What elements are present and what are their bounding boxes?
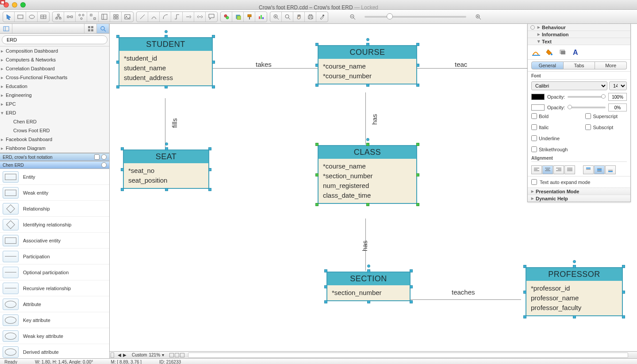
print-tool[interactable] xyxy=(305,12,316,22)
stencil-header-chen[interactable]: Chen ERD xyxy=(0,161,109,169)
swimlane-tool[interactable] xyxy=(99,12,110,22)
italic-checkbox[interactable]: Italic xyxy=(531,124,568,130)
tree-item[interactable]: ▸Cross-Functional Flowcharts xyxy=(0,73,109,82)
tree-item[interactable]: ▸Computers & Networks xyxy=(0,55,109,64)
fill-color-icon[interactable] xyxy=(545,48,554,57)
nav-next-icon[interactable]: ▶ xyxy=(123,353,127,357)
double-arrow-tool[interactable] xyxy=(194,12,206,22)
tree-item-child[interactable]: Crows Foot ERD xyxy=(0,126,109,135)
bg-opacity-input[interactable] xyxy=(608,103,627,111)
flow-tool[interactable] xyxy=(87,12,99,22)
entity-section[interactable]: SECTION*section_number xyxy=(326,272,411,301)
entity-class[interactable]: CLASS*course_name*section_numbernum_regi… xyxy=(318,145,417,204)
table-tool[interactable] xyxy=(38,12,49,22)
valign-middle-button[interactable] xyxy=(594,165,605,174)
image-tool[interactable] xyxy=(122,12,133,22)
zoom-slider[interactable] xyxy=(365,16,466,18)
smart-connector-tool[interactable] xyxy=(171,12,183,22)
paint-tool[interactable] xyxy=(244,12,255,22)
tree-item[interactable]: ▸Education xyxy=(0,82,109,91)
library-tab[interactable] xyxy=(0,24,12,33)
align-right-button[interactable] xyxy=(553,165,564,174)
tree-item[interactable]: ▸Fishbone Diagram xyxy=(0,144,109,153)
eyedropper-tool[interactable] xyxy=(316,12,328,22)
valign-top-button[interactable] xyxy=(583,165,594,174)
ellipse-tool[interactable] xyxy=(26,12,38,22)
entity-professor[interactable]: PROFESSOR*professor_idprofessor_nameprof… xyxy=(526,267,623,316)
zoom-in-icon[interactable] xyxy=(472,12,484,22)
pointer-tool[interactable] xyxy=(3,12,15,22)
branch-tool[interactable] xyxy=(76,12,87,22)
bg-opacity-slider[interactable] xyxy=(568,107,606,108)
inspector-text-row[interactable]: ▾Text xyxy=(528,38,630,45)
font-size-select[interactable]: 14 xyxy=(609,81,627,90)
zoom-readout[interactable]: Custom 121% ▾ xyxy=(129,353,167,357)
search-tab[interactable] xyxy=(97,24,109,33)
shape-row[interactable]: Key attribute xyxy=(0,312,109,328)
zoom-tool[interactable] xyxy=(282,12,293,22)
h-scrollbar[interactable] xyxy=(188,353,628,358)
strike-checkbox[interactable]: Strikethrough xyxy=(531,146,568,152)
subscript-checkbox[interactable]: Subscript xyxy=(585,124,618,130)
page-thumb-3[interactable] xyxy=(180,353,184,357)
stencil-header-crowsfoot[interactable]: ERD, crow's foot notation xyxy=(0,153,109,161)
stroke-color-icon[interactable] xyxy=(531,48,541,57)
align-center-button[interactable] xyxy=(542,165,553,174)
curve-tool[interactable] xyxy=(148,12,160,22)
tree-item[interactable]: ▸Composition Dashboard xyxy=(0,46,109,55)
inspector-behaviour-row[interactable]: ▸Behaviour xyxy=(528,24,630,31)
superscript-checkbox[interactable]: Superscript xyxy=(585,113,618,119)
text-opacity-input[interactable] xyxy=(608,93,627,101)
tab-more[interactable]: More xyxy=(595,61,627,69)
tree-item[interactable]: ▸Facebook Dashboard xyxy=(0,135,109,144)
entity-course[interactable]: COURSE*course_name*course_number xyxy=(318,45,417,84)
shape-row[interactable]: Identifying relationship xyxy=(0,217,109,233)
tab-general[interactable]: General xyxy=(531,61,564,69)
font-name-select[interactable]: Calibri xyxy=(531,81,607,90)
shape-row[interactable]: Derived attribute xyxy=(0,344,109,358)
zoom-out-icon[interactable] xyxy=(347,12,358,22)
tree-tool[interactable] xyxy=(53,12,64,22)
stencil-close-icon[interactable] xyxy=(101,162,107,168)
styles-tool[interactable] xyxy=(221,12,232,22)
page-thumb-1[interactable] xyxy=(169,353,174,357)
dynamic-help-row[interactable]: ▸Dynamic Help xyxy=(528,195,630,202)
grid-tool[interactable] xyxy=(110,12,122,22)
tree-item[interactable]: ▸Correlation Dashboard xyxy=(0,64,109,73)
entity-student[interactable]: STUDENT*student_idstudent_namestudent_ad… xyxy=(119,37,213,86)
tree-item[interactable]: ▸EPC xyxy=(0,100,109,108)
align-justify-button[interactable] xyxy=(564,165,575,174)
auto-expand-row[interactable]: Text auto expand mode xyxy=(528,176,630,188)
connector-teaches[interactable] xyxy=(411,299,521,300)
shape-row[interactable]: Relationship xyxy=(0,201,109,217)
align-left-button[interactable] xyxy=(531,165,542,174)
connector-has1[interactable] xyxy=(365,92,366,145)
hand-tool[interactable] xyxy=(293,12,305,22)
text-color-swatch[interactable] xyxy=(531,94,545,100)
bg-color-swatch[interactable] xyxy=(531,104,545,111)
inspector-information-row[interactable]: ▸Information xyxy=(528,31,630,38)
bold-checkbox[interactable]: Bold xyxy=(531,113,568,119)
underline-checkbox[interactable]: Underline xyxy=(531,135,568,141)
zoom-in-tool[interactable] xyxy=(270,12,282,22)
tab-tabs[interactable]: Tabs xyxy=(564,61,595,69)
text-style-icon[interactable]: A xyxy=(571,48,581,57)
shape-row[interactable]: Optional participation xyxy=(0,264,109,280)
tree-item-child[interactable]: Chen ERD xyxy=(0,117,109,126)
tree-item[interactable]: ▾ERD xyxy=(0,108,109,117)
page-nav-first[interactable] xyxy=(111,353,114,358)
arc-tool[interactable] xyxy=(160,12,171,22)
connector-fills[interactable] xyxy=(165,98,165,149)
shape-row[interactable]: Associative entity xyxy=(0,233,109,249)
shape-row[interactable]: Participation xyxy=(0,249,109,264)
stencil-save-icon[interactable] xyxy=(94,154,100,160)
shape-row[interactable]: Weak key attribute xyxy=(0,328,109,344)
shadow-icon[interactable] xyxy=(558,48,568,57)
chain-tool[interactable] xyxy=(64,12,76,22)
layers-tool[interactable] xyxy=(232,12,244,22)
shape-row[interactable]: Weak entity xyxy=(0,185,109,201)
line-tool[interactable] xyxy=(137,12,148,22)
valign-bottom-button[interactable] xyxy=(605,165,616,174)
tree-item[interactable]: ▸Engineering xyxy=(0,91,109,100)
callout-tool[interactable] xyxy=(206,12,217,22)
